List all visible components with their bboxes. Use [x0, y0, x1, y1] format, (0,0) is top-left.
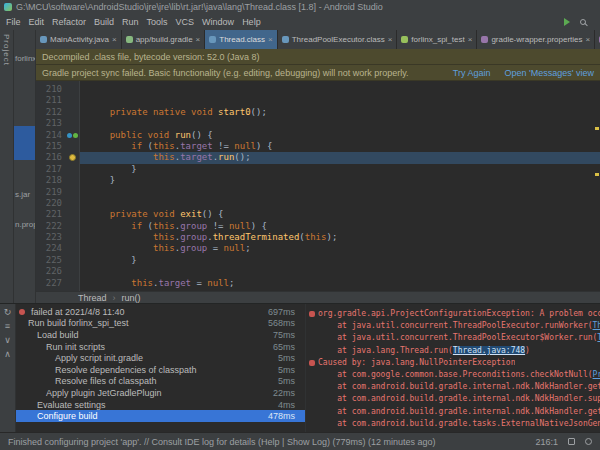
breadcrumb-item[interactable]: run() — [122, 293, 141, 303]
menu-run[interactable]: Run — [118, 17, 143, 27]
tab-ThreadPoolExecutor.class[interactable]: ThreadPoolExecutor.class× — [278, 30, 398, 49]
cursor-position[interactable]: 216:1 — [535, 437, 558, 447]
stacktrace-link[interactable]: ThreadPoolExecutor.java:1149 — [593, 321, 600, 330]
code-text[interactable]: if (this.group != null) { — [80, 221, 600, 232]
build-tree-row[interactable]: Resolve dependencies of classpath5ms — [16, 364, 305, 376]
code-text[interactable]: private native void start0(); — [80, 107, 600, 118]
expand-all-icon[interactable]: ∨ — [4, 335, 11, 345]
run-icon[interactable] — [564, 18, 570, 26]
implement-marker-icon[interactable] — [73, 133, 78, 138]
line-number[interactable]: 217 — [36, 164, 66, 175]
project-tree-panel[interactable]: forlinx_spi_tes.jarn.properties — [14, 30, 36, 303]
code-text[interactable]: this.target.run(); — [80, 152, 600, 163]
line-number[interactable]: 220 — [36, 198, 66, 209]
code-text[interactable]: public void run() { — [80, 130, 600, 141]
code-text[interactable]: private void exit() { — [80, 209, 600, 220]
filter-icon[interactable]: ≡ — [5, 321, 10, 331]
lock-icon[interactable] — [568, 438, 575, 445]
notifications-icon[interactable] — [585, 438, 592, 445]
console-text: at java.util.concurrent.ThreadPoolExecut… — [318, 320, 600, 332]
line-number[interactable]: 223 — [36, 232, 66, 243]
build-tree-row[interactable]: Load build75ms — [16, 329, 305, 341]
close-icon[interactable]: × — [468, 35, 473, 44]
close-icon[interactable]: × — [268, 35, 273, 44]
line-number[interactable]: 210 — [36, 84, 66, 95]
code-text[interactable] — [80, 266, 600, 277]
tab-forlinx_spi_test[interactable]: forlinx_spi_test× — [397, 30, 477, 49]
project-tree-item[interactable]: forlinx_spi_te — [15, 54, 36, 63]
project-tool-window-button[interactable]: Project — [2, 34, 11, 66]
build-tree-row[interactable]: Apply script init.gradle5ms — [16, 352, 305, 364]
build-step-label: Apply script init.gradle — [16, 353, 272, 363]
build-tree-row[interactable]: Apply plugin JetGradlePlugin22ms — [16, 387, 305, 399]
stacktrace-link[interactable]: Preconditions.java:191 — [593, 370, 600, 379]
line-number[interactable]: 213 — [36, 118, 66, 129]
line-number[interactable]: 225 — [36, 255, 66, 266]
try-again-link[interactable]: Try Again — [453, 68, 491, 78]
line-number[interactable]: 215 — [36, 141, 66, 152]
project-tree-item[interactable]: s.jar — [15, 190, 30, 199]
menu-refactor[interactable]: Refactor — [48, 17, 90, 27]
menu-file[interactable]: File — [2, 17, 25, 27]
code-text[interactable]: this.group.threadTerminated(this); — [80, 232, 600, 243]
project-tree-selected-row[interactable] — [14, 126, 35, 160]
stacktrace-link[interactable]: Thread.java:748 — [453, 346, 525, 355]
code-text[interactable]: } — [80, 164, 600, 175]
tab-app/build.gradle[interactable]: app/build.gradle× — [122, 30, 206, 49]
tab-gradle-wrapper.properties[interactable]: gradle-wrapper.properties× — [477, 30, 595, 49]
collapse-all-icon[interactable]: ∧ — [4, 349, 11, 359]
line-number[interactable]: 224 — [36, 243, 66, 254]
menu-tools[interactable]: Tools — [143, 17, 172, 27]
build-tree-row[interactable]: Evaluate settings4ms — [16, 399, 305, 411]
menu-build[interactable]: Build — [90, 17, 118, 27]
close-icon[interactable]: × — [388, 35, 393, 44]
close-icon[interactable]: × — [586, 35, 591, 44]
code-text[interactable]: this.group = null; — [80, 243, 600, 254]
tab-Thread.class[interactable]: Thread.class× — [205, 30, 277, 49]
error-stripe-mark[interactable] — [595, 127, 599, 130]
line-number[interactable]: 227 — [36, 278, 66, 289]
error-icon — [19, 309, 25, 315]
open-messages-link[interactable]: Open 'Messages' view — [505, 68, 594, 78]
menu-edit[interactable]: Edit — [25, 17, 49, 27]
close-icon[interactable]: × — [196, 35, 201, 44]
override-marker-icon[interactable] — [67, 133, 72, 138]
line-number[interactable]: 212 — [36, 107, 66, 118]
project-tree-item[interactable]: n.properties — [15, 220, 36, 229]
breadcrumb-item[interactable]: Thread — [78, 293, 107, 303]
close-icon[interactable]: × — [112, 35, 117, 44]
build-tree-row[interactable]: Run init scripts65ms — [16, 341, 305, 353]
line-number[interactable]: 216 — [36, 152, 66, 163]
tab-MainActivity.java[interactable]: MainActivity.java× — [36, 30, 122, 49]
line-number[interactable]: 214 — [36, 130, 66, 141]
menu-vcs[interactable]: VCS — [172, 17, 199, 27]
line-number[interactable]: 219 — [36, 187, 66, 198]
build-tree-row[interactable]: Run build forlinx_spi_test568ms — [16, 318, 305, 330]
line-number[interactable]: 218 — [36, 175, 66, 186]
error-stripe-mark[interactable] — [595, 173, 599, 176]
line-number[interactable]: 226 — [36, 266, 66, 277]
code-text[interactable]: } — [80, 175, 600, 186]
menu-help[interactable]: Help — [238, 17, 265, 27]
code-text[interactable]: if (this.target != null) { — [80, 141, 600, 152]
build-tree-row[interactable]: Configure build478ms — [16, 410, 305, 422]
code-text[interactable] — [80, 187, 600, 198]
code-text[interactable]: } — [80, 255, 600, 266]
line-number[interactable]: 222 — [36, 221, 66, 232]
sync-refresh-icon[interactable]: ↻ — [4, 307, 12, 317]
line-number[interactable]: 211 — [36, 95, 66, 106]
code-text[interactable] — [80, 95, 600, 106]
intention-bulb-icon[interactable] — [69, 154, 76, 161]
build-tree-row[interactable]: Resolve files of classpath5ms — [16, 376, 305, 388]
console-text: at com.android.build.gradle.tasks.Extern… — [318, 418, 600, 430]
search-icon[interactable] — [580, 19, 586, 25]
menu-window[interactable]: Window — [198, 17, 238, 27]
tab-gradle.properties[interactable]: gradle.properties× — [595, 30, 600, 49]
build-tree-row[interactable]: failed at 2021/4/8 11:40697ms — [16, 306, 305, 318]
code-text[interactable] — [80, 84, 600, 95]
code-text[interactable] — [80, 118, 600, 129]
code-text[interactable]: this.target = null; — [80, 278, 600, 289]
code-editor[interactable]: 210211212 private native void start0();2… — [36, 81, 600, 291]
code-text[interactable] — [80, 198, 600, 209]
line-number[interactable]: 221 — [36, 209, 66, 220]
